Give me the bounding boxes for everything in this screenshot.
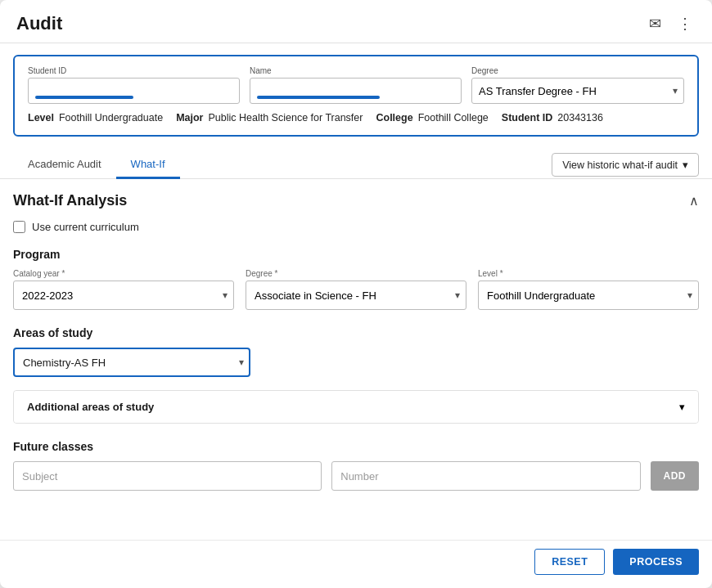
major-select[interactable]: Chemistry-AS FH bbox=[13, 348, 250, 377]
view-historic-button[interactable]: View historic what-if audit ▾ bbox=[552, 153, 699, 177]
tab-what-if[interactable]: What-If bbox=[116, 151, 180, 179]
additional-areas-label: Additional areas of study bbox=[27, 401, 154, 413]
tab-academic-audit[interactable]: Academic Audit bbox=[13, 151, 116, 179]
page-title: Audit bbox=[16, 13, 62, 34]
additional-areas-header[interactable]: Additional areas of study ▾ bbox=[14, 391, 698, 423]
areas-of-study-section: Areas of study Chemistry-AS FH ▾ bbox=[13, 326, 699, 377]
major-select-wrapper: Chemistry-AS FH ▾ bbox=[13, 348, 250, 377]
degree-label: Degree bbox=[471, 66, 684, 75]
name-field-group: Name bbox=[250, 66, 462, 104]
degree-select-wrapper: AS Transfer Degree - FH ▾ bbox=[471, 78, 684, 104]
tabs-row: Academic Audit What-If View historic wha… bbox=[0, 143, 712, 179]
program-section: Program Catalog year * 2022-2023 ▾ Degre… bbox=[13, 248, 699, 310]
catalog-year-label: Catalog year * bbox=[13, 269, 234, 278]
degree-select[interactable]: AS Transfer Degree - FH bbox=[471, 78, 684, 104]
name-label: Name bbox=[250, 66, 462, 75]
student-id-summary-value: 20343136 bbox=[557, 112, 603, 123]
student-id-input[interactable] bbox=[28, 78, 240, 104]
catalog-year-select[interactable]: 2022-2023 bbox=[13, 281, 234, 310]
number-input[interactable] bbox=[331, 461, 640, 491]
future-classes-section: Future classes ADD bbox=[13, 440, 699, 491]
college-summary-label: College bbox=[376, 112, 412, 123]
student-id-field-group: Student ID bbox=[28, 66, 240, 104]
subject-input[interactable] bbox=[13, 461, 322, 491]
catalog-year-field: Catalog year * 2022-2023 ▾ bbox=[13, 269, 234, 310]
degree-field-group: Degree AS Transfer Degree - FH ▾ bbox=[471, 66, 684, 104]
additional-areas-section: Additional areas of study ▾ bbox=[13, 390, 699, 424]
degree-program-select-wrapper: Associate in Science - FH ▾ bbox=[246, 281, 466, 310]
add-button[interactable]: ADD bbox=[651, 461, 700, 491]
view-historic-label: View historic what-if audit bbox=[562, 159, 678, 171]
degree-program-field: Degree * Associate in Science - FH ▾ bbox=[246, 269, 466, 310]
future-classes-label: Future classes bbox=[13, 440, 699, 453]
level-select-wrapper: Foothill Undergraduate ▾ bbox=[478, 281, 699, 310]
areas-of-study-label: Areas of study bbox=[13, 326, 699, 339]
email-icon-button[interactable]: ✉ bbox=[646, 13, 665, 34]
student-card: Student ID Name Degree AS Transfer Degre… bbox=[13, 55, 699, 137]
main-window: Audit ✉ ⋮ Student ID Name Degree bbox=[0, 0, 712, 588]
additional-areas-chevron-icon: ▾ bbox=[679, 401, 685, 413]
what-if-section-header: What-If Analysis ∧ bbox=[13, 192, 699, 209]
student-fields-row: Student ID Name Degree AS Transfer Degre… bbox=[28, 66, 684, 104]
bottom-actions: RESET PROCESS bbox=[0, 540, 712, 588]
reset-button[interactable]: RESET bbox=[534, 549, 605, 575]
process-button[interactable]: PROCESS bbox=[613, 549, 699, 575]
major-summary-label: Major bbox=[176, 112, 203, 123]
student-summary: Level Foothill Undergraduate Major Publi… bbox=[28, 112, 684, 123]
level-field: Level * Foothill Undergraduate ▾ bbox=[478, 269, 699, 310]
student-id-bar bbox=[35, 96, 133, 99]
major-summary-value: Public Health Science for Transfer bbox=[208, 112, 363, 123]
tabs: Academic Audit What-If bbox=[13, 151, 180, 178]
view-historic-chevron-icon: ▾ bbox=[683, 159, 688, 171]
program-row: Catalog year * 2022-2023 ▾ Degree * Asso… bbox=[13, 269, 699, 310]
use-current-curriculum-checkbox[interactable] bbox=[13, 221, 25, 233]
more-options-button[interactable]: ⋮ bbox=[674, 13, 696, 34]
student-id-summary-label: Student ID bbox=[502, 112, 553, 123]
name-bar bbox=[257, 96, 380, 99]
use-current-curriculum-label[interactable]: Use current curriculum bbox=[32, 221, 139, 233]
level-summary-value: Foothill Undergraduate bbox=[59, 112, 163, 123]
main-content: What-If Analysis ∧ Use current curriculu… bbox=[0, 179, 712, 540]
degree-program-select[interactable]: Associate in Science - FH bbox=[246, 281, 466, 310]
student-id-label: Student ID bbox=[28, 66, 240, 75]
catalog-year-select-wrapper: 2022-2023 ▾ bbox=[13, 281, 234, 310]
header-icons: ✉ ⋮ bbox=[646, 13, 696, 34]
level-select[interactable]: Foothill Undergraduate bbox=[478, 281, 699, 310]
what-if-title: What-If Analysis bbox=[13, 192, 127, 209]
checkbox-row: Use current curriculum bbox=[13, 221, 699, 233]
degree-program-label: Degree * bbox=[246, 269, 466, 278]
name-input[interactable] bbox=[250, 78, 462, 104]
level-label: Level * bbox=[478, 269, 699, 278]
collapse-button[interactable]: ∧ bbox=[689, 193, 699, 209]
program-label: Program bbox=[13, 248, 699, 261]
level-summary-label: Level bbox=[28, 112, 54, 123]
future-classes-row: ADD bbox=[13, 461, 699, 491]
college-summary-value: Foothill College bbox=[418, 112, 489, 123]
header: Audit ✉ ⋮ bbox=[0, 0, 712, 43]
